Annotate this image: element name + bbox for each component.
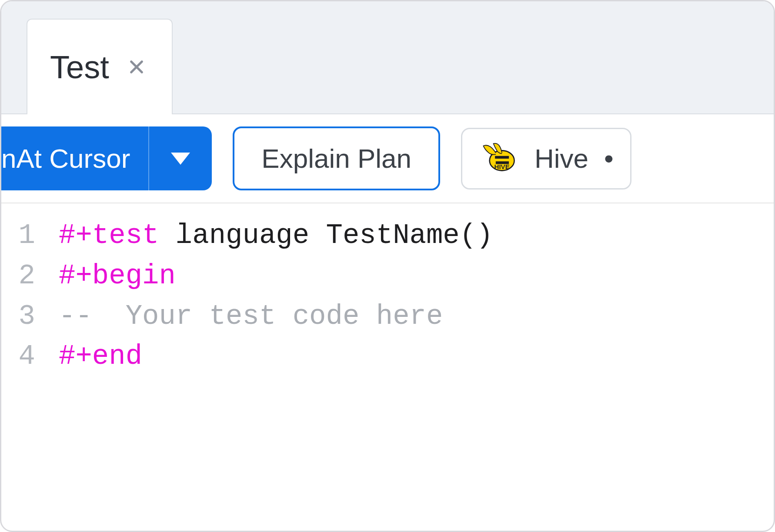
editor-line: 3-- Your test code here bbox=[1, 296, 774, 337]
run-button-group: n At Cursor bbox=[1, 126, 212, 190]
editor-line: 4#+end bbox=[1, 336, 774, 377]
line-number: 1 bbox=[1, 216, 59, 256]
run-button-prefix: n bbox=[1, 143, 16, 174]
line-content[interactable]: -- Your test code here bbox=[59, 296, 443, 337]
line-number: 4 bbox=[1, 336, 59, 377]
bullet-icon: • bbox=[604, 145, 614, 172]
editor-line: 1#+test language TestName() bbox=[1, 216, 774, 256]
connection-selector[interactable]: HIVE Hive • bbox=[461, 128, 631, 190]
run-at-cursor-button[interactable]: n At Cursor bbox=[1, 126, 149, 190]
toolbar: n At Cursor Explain Plan HIVE Hive • bbox=[1, 114, 774, 203]
svg-text:HIVE: HIVE bbox=[494, 163, 509, 170]
hive-icon: HIVE bbox=[479, 141, 519, 176]
line-number: 2 bbox=[1, 256, 59, 296]
chevron-down-icon bbox=[171, 153, 190, 165]
line-content[interactable]: #+end bbox=[59, 336, 142, 377]
line-number: 3 bbox=[1, 296, 59, 337]
run-dropdown-button[interactable] bbox=[149, 126, 212, 190]
code-editor[interactable]: 1#+test language TestName()2#+begin3-- Y… bbox=[1, 203, 774, 377]
editor-line: 2#+begin bbox=[1, 256, 774, 296]
connection-label: Hive bbox=[534, 143, 588, 174]
close-icon[interactable] bbox=[126, 56, 147, 78]
tab-label: Test bbox=[50, 49, 109, 86]
line-content[interactable]: #+begin bbox=[59, 256, 176, 296]
tab-bar: Test bbox=[1, 1, 774, 114]
svg-rect-3 bbox=[495, 156, 509, 158]
line-content[interactable]: #+test language TestName() bbox=[59, 216, 493, 256]
run-button-label: At Cursor bbox=[16, 143, 130, 174]
explain-plan-button[interactable]: Explain Plan bbox=[233, 126, 440, 190]
editor-window: Test n At Cursor Explain Plan bbox=[0, 0, 775, 532]
tab-test[interactable]: Test bbox=[27, 19, 173, 114]
